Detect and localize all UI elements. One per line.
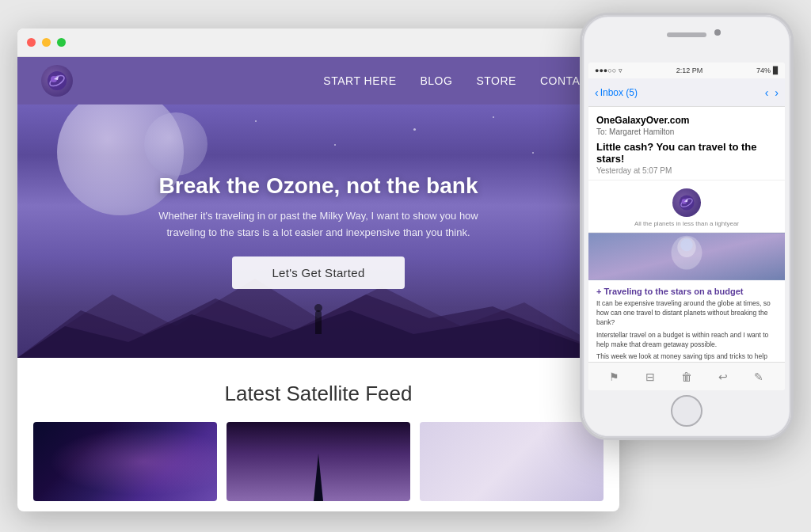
phone-home-button[interactable] bbox=[671, 395, 702, 427]
latest-grid bbox=[33, 422, 603, 501]
phone-screen: ●●●○○ ▿ 2:12 PM 74% ▉ ‹ Inbox (5) ‹ › bbox=[588, 63, 785, 390]
hero-subtitle: Whether it's traveling in or past the Mi… bbox=[152, 208, 485, 241]
email-to: To: Margaret Hamilton bbox=[596, 127, 777, 136]
nav-store[interactable]: STORE bbox=[476, 74, 516, 87]
astronaut-svg bbox=[588, 233, 785, 280]
scene: START HERE BLOG STORE CONTACT bbox=[17, 13, 794, 519]
email-logo-area: All the planets in less than a lightyear bbox=[588, 180, 785, 233]
status-right: 74% ▉ bbox=[756, 66, 779, 74]
inbox-back-button[interactable]: ‹ Inbox (5) bbox=[595, 86, 638, 99]
star bbox=[334, 144, 336, 146]
prev-email-icon[interactable]: ‹ bbox=[765, 86, 769, 99]
next-email-icon[interactable]: › bbox=[775, 86, 779, 99]
back-chevron-icon: ‹ bbox=[595, 86, 599, 99]
inbox-label: Inbox (5) bbox=[600, 87, 638, 98]
star bbox=[532, 152, 534, 154]
wifi-indicator: ▿ bbox=[619, 66, 623, 74]
trash-icon[interactable]: 🗑 bbox=[680, 370, 694, 384]
email-toolbar: ⚑ ⊟ 🗑 ↩ ✎ bbox=[588, 362, 785, 390]
svg-point-12 bbox=[680, 239, 693, 252]
battery-level: 74% bbox=[756, 66, 771, 74]
email-from: OneGalaxyOver.com bbox=[596, 115, 777, 126]
email-logo-tagline: All the planets in less than a lightyear bbox=[634, 220, 739, 227]
email-nav-arrows: ‹ › bbox=[765, 86, 779, 99]
star bbox=[493, 116, 494, 118]
email-article-title: Traveling to the stars on a budget bbox=[596, 287, 777, 296]
phone-mockup: ●●●○○ ▿ 2:12 PM 74% ▉ ‹ Inbox (5) ‹ › bbox=[580, 13, 794, 440]
signal-strength: ●●●○○ bbox=[595, 66, 616, 74]
latest-card-galaxy[interactable] bbox=[33, 422, 217, 501]
site-nav-links: START HERE BLOG STORE CONTACT bbox=[323, 74, 596, 88]
browser-mockup: START HERE BLOG STORE CONTACT bbox=[17, 28, 619, 511]
email-subject: Little cash? You can travel to the stars… bbox=[596, 141, 777, 165]
browser-content: START HERE BLOG STORE CONTACT bbox=[17, 57, 619, 511]
latest-section: Latest Satellite Feed bbox=[17, 358, 619, 501]
browser-close-dot[interactable] bbox=[27, 38, 36, 47]
battery-icon: ▉ bbox=[773, 66, 779, 74]
star bbox=[255, 120, 257, 122]
phone-camera bbox=[714, 29, 721, 36]
star bbox=[413, 128, 416, 131]
email-from-section: OneGalaxyOver.com To: Margaret Hamilton … bbox=[588, 107, 785, 180]
email-nav-bar: ‹ Inbox (5) ‹ › bbox=[588, 78, 785, 107]
email-article-body-2: Interstellar travel on a budget is withi… bbox=[596, 331, 777, 350]
latest-title: Latest Satellite Feed bbox=[33, 382, 603, 406]
email-astronaut-image bbox=[588, 233, 785, 280]
status-time: 2:12 PM bbox=[676, 66, 703, 74]
flag-icon[interactable]: ⚑ bbox=[607, 370, 622, 384]
browser-minimize-dot[interactable] bbox=[42, 38, 51, 47]
hero-text: Break the Ozone, not the bank Whether it… bbox=[120, 173, 516, 290]
email-body: All the planets in less than a lightyear bbox=[588, 180, 785, 390]
browser-maximize-dot[interactable] bbox=[57, 38, 66, 47]
browser-chrome bbox=[17, 28, 619, 57]
hero-section: Break the Ozone, not the bank Whether it… bbox=[17, 104, 619, 358]
hero-moon-small bbox=[144, 112, 208, 176]
site-logo[interactable] bbox=[41, 65, 73, 97]
site-nav: START HERE BLOG STORE CONTACT bbox=[17, 57, 619, 104]
reply-icon[interactable]: ↩ bbox=[716, 370, 730, 384]
status-left: ●●●○○ ▿ bbox=[595, 66, 623, 74]
latest-card-nebula[interactable] bbox=[420, 422, 603, 501]
latest-card-silhouette[interactable] bbox=[227, 422, 410, 501]
phone-speaker bbox=[667, 32, 706, 37]
nav-start-here[interactable]: START HERE bbox=[323, 74, 396, 87]
status-bar: ●●●○○ ▿ 2:12 PM 74% ▉ bbox=[588, 63, 785, 78]
email-article-body-1: It can be expensive traveling around the… bbox=[596, 299, 777, 328]
hero-figure bbox=[310, 294, 326, 334]
folder-icon[interactable]: ⊟ bbox=[643, 370, 657, 384]
hero-cta-button[interactable]: Let's Get Started bbox=[232, 256, 404, 289]
email-date: Yesterday at 5:07 PM bbox=[596, 166, 777, 175]
nav-blog[interactable]: BLOG bbox=[420, 74, 452, 87]
hero-title: Break the Ozone, not the bank bbox=[152, 173, 485, 199]
email-logo-circle bbox=[672, 188, 701, 217]
compose-icon[interactable]: ✎ bbox=[752, 370, 766, 384]
